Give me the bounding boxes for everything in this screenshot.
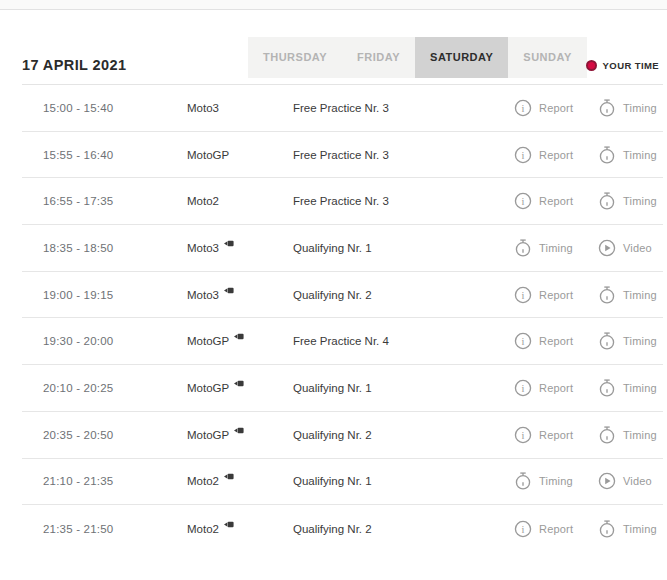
session-name: Qualifying Nr. 1: [293, 475, 514, 487]
schedule-row: 20:35 - 20:50 MotoGP Qualifying Nr. 2 iR…: [22, 412, 663, 459]
session-name: Qualifying Nr. 2: [293, 523, 514, 535]
report-link[interactable]: iReport: [514, 146, 598, 164]
action-label: Timing: [623, 523, 657, 535]
svg-text:i: i: [522, 383, 525, 394]
schedule-row: 21:10 - 21:35 Moto2 Qualifying Nr. 1 Tim…: [22, 459, 663, 506]
action-label: Video: [623, 242, 652, 254]
session-time: 20:10 - 20:25: [22, 382, 187, 394]
video-camera-icon: [234, 332, 244, 341]
session-category: Moto3: [187, 289, 293, 301]
session-category-label: Moto2: [187, 523, 219, 535]
stopwatch-icon: [598, 192, 616, 210]
svg-text:i: i: [522, 196, 525, 207]
timing-link[interactable]: Timing: [598, 99, 663, 117]
video-camera-icon: [234, 379, 244, 388]
session-name: Qualifying Nr. 1: [293, 382, 514, 394]
action-cell-2: Timing: [598, 332, 663, 350]
timing-link[interactable]: Timing: [598, 426, 663, 444]
svg-text:i: i: [522, 336, 525, 347]
action-cell-1: iReport: [514, 286, 598, 304]
action-cell-1: iReport: [514, 99, 598, 117]
session-category: Moto2: [187, 475, 293, 487]
session-time: 19:00 - 19:15: [22, 289, 187, 301]
timing-link[interactable]: Timing: [514, 239, 598, 257]
svg-text:i: i: [522, 523, 525, 534]
session-name: Free Practice Nr. 4: [293, 335, 514, 347]
session-category: MotoGP: [187, 382, 293, 394]
timing-link[interactable]: Timing: [598, 146, 663, 164]
video-link[interactable]: Video: [598, 472, 663, 490]
play-icon: [598, 472, 616, 490]
stopwatch-icon: [598, 379, 616, 397]
schedule-table: 15:00 - 15:40 Moto3 Free Practice Nr. 3 …: [22, 84, 663, 552]
session-name: Qualifying Nr. 2: [293, 429, 514, 441]
info-icon: i: [514, 146, 532, 164]
session-category-label: MotoGP: [187, 335, 229, 347]
your-time-indicator[interactable]: YOUR TIME: [586, 60, 659, 71]
action-cell-2: Timing: [598, 146, 663, 164]
timing-link[interactable]: Timing: [514, 472, 598, 490]
video-camera-icon: [234, 426, 244, 435]
action-cell-2: Timing: [598, 286, 663, 304]
stopwatch-icon: [598, 520, 616, 538]
report-link[interactable]: iReport: [514, 426, 598, 444]
schedule-row: 21:35 - 21:50 Moto2 Qualifying Nr. 2 iRe…: [22, 505, 663, 552]
session-name: Qualifying Nr. 1: [293, 242, 514, 254]
session-category: MotoGP: [187, 429, 293, 441]
tab-sunday[interactable]: SUNDAY: [508, 37, 586, 78]
schedule-row: 15:55 - 16:40 MotoGP Free Practice Nr. 3…: [22, 132, 663, 179]
session-category-label: Moto3: [187, 102, 219, 114]
action-cell-2: Timing: [598, 426, 663, 444]
session-category-label: MotoGP: [187, 429, 229, 441]
session-time: 21:10 - 21:35: [22, 475, 187, 487]
action-cell-1: Timing: [514, 472, 598, 490]
action-cell-2: Timing: [598, 192, 663, 210]
action-label: Timing: [539, 242, 573, 254]
action-cell-1: Timing: [514, 239, 598, 257]
tab-thursday[interactable]: THURSDAY: [248, 37, 342, 78]
session-time: 18:35 - 18:50: [22, 242, 187, 254]
stopwatch-icon: [598, 146, 616, 164]
timing-link[interactable]: Timing: [598, 192, 663, 210]
action-label: Timing: [623, 102, 657, 114]
report-link[interactable]: iReport: [514, 520, 598, 538]
action-label: Report: [539, 195, 573, 207]
timing-link[interactable]: Timing: [598, 520, 663, 538]
action-label: Timing: [539, 475, 573, 487]
info-icon: i: [514, 332, 532, 350]
timing-link[interactable]: Timing: [598, 379, 663, 397]
report-link[interactable]: iReport: [514, 192, 598, 210]
schedule-row: 18:35 - 18:50 Moto3 Qualifying Nr. 1 Tim…: [22, 225, 663, 272]
video-camera-icon: [224, 520, 234, 529]
action-cell-1: iReport: [514, 379, 598, 397]
action-cell-2: Video: [598, 239, 663, 257]
action-label: Report: [539, 289, 573, 301]
tab-saturday[interactable]: SATURDAY: [415, 37, 508, 78]
stopwatch-icon: [598, 99, 616, 117]
session-time: 15:00 - 15:40: [22, 102, 187, 114]
video-link[interactable]: Video: [598, 239, 663, 257]
report-link[interactable]: iReport: [514, 379, 598, 397]
stopwatch-icon: [598, 426, 616, 444]
svg-text:i: i: [522, 429, 525, 440]
page-title: 17 APRIL 2021: [22, 57, 126, 73]
session-time: 15:55 - 16:40: [22, 149, 187, 161]
info-icon: i: [514, 426, 532, 444]
schedule-row: 19:30 - 20:00 MotoGP Free Practice Nr. 4…: [22, 318, 663, 365]
stopwatch-icon: [514, 239, 532, 257]
session-category-label: Moto3: [187, 289, 219, 301]
session-category-label: MotoGP: [187, 382, 229, 394]
timing-link[interactable]: Timing: [598, 286, 663, 304]
report-link[interactable]: iReport: [514, 286, 598, 304]
action-cell-1: iReport: [514, 332, 598, 350]
action-label: Video: [623, 475, 652, 487]
video-camera-icon: [224, 286, 234, 295]
schedule-row: 16:55 - 17:35 Moto2 Free Practice Nr. 3 …: [22, 178, 663, 225]
action-cell-2: Timing: [598, 520, 663, 538]
report-link[interactable]: iReport: [514, 99, 598, 117]
svg-text:i: i: [522, 149, 525, 160]
report-link[interactable]: iReport: [514, 332, 598, 350]
info-icon: i: [514, 99, 532, 117]
timing-link[interactable]: Timing: [598, 332, 663, 350]
tab-friday[interactable]: FRIDAY: [342, 37, 415, 78]
